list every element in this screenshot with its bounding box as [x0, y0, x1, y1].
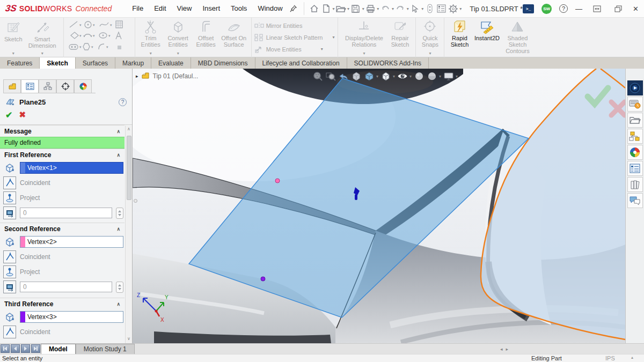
design-library-icon[interactable] [627, 113, 643, 128]
second-offset-input[interactable]: 0 [20, 282, 112, 292]
appearances-scenes-icon[interactable] [627, 161, 643, 176]
file-explorer-icon[interactable] [627, 129, 643, 144]
quick-snaps-button[interactable]: Quick Snaps ▾ [419, 19, 441, 56]
pin-menu-icon[interactable] [288, 2, 300, 15]
scroll-up-icon[interactable]: ∧ [127, 127, 130, 131]
zoom-to-fit-icon[interactable] [311, 70, 324, 82]
view-settings-icon[interactable] [442, 70, 455, 82]
help-icon[interactable]: ? [559, 4, 568, 13]
tab-evaluate[interactable]: Evaluate [151, 57, 191, 69]
move-entities-caret-icon[interactable]: ▾ [321, 47, 323, 51]
edit-appearance-icon[interactable] [413, 70, 425, 82]
options-caret-icon[interactable]: ▾ [459, 6, 462, 11]
collapse-icon[interactable] [116, 301, 120, 307]
tab-mbd-dimensions[interactable]: MBD Dimensions [191, 57, 255, 69]
project-icon[interactable] [3, 191, 16, 204]
tab-feature-manager[interactable] [3, 79, 21, 93]
tab-markup[interactable]: Markup [115, 57, 151, 69]
quick-snaps-caret-icon[interactable]: ▾ [429, 51, 431, 56]
next-tab-button[interactable] [21, 344, 30, 353]
offset-distance-icon[interactable] [3, 206, 16, 219]
linear-pattern-caret-icon[interactable]: ▾ [332, 35, 334, 40]
menu-insert[interactable]: Insert [197, 0, 226, 17]
zoom-to-area-icon[interactable] [324, 70, 336, 82]
selection-capsule-icon[interactable] [424, 2, 436, 15]
redo-caret-icon[interactable]: ▾ [407, 6, 409, 11]
minimize-button[interactable]: — [575, 5, 582, 13]
tab-sketch[interactable]: Sketch [40, 57, 75, 69]
tab-features[interactable]: Features [0, 57, 40, 69]
menu-edit[interactable]: Edit [149, 0, 171, 17]
instant2d-button[interactable]: Instant2D [472, 19, 502, 56]
third-reference-input[interactable]: Vertex<3> [20, 311, 123, 323]
tab-lifecycle-collaboration[interactable]: Lifecycle and Collaboration [255, 57, 347, 69]
tab-scroll-left-icon[interactable]: ◂ [500, 346, 503, 352]
repair-sketch-button[interactable]: Repair Sketch [387, 19, 413, 56]
view-orientation-caret-icon[interactable]: ▾ [376, 74, 378, 79]
account-badge-icon[interactable]: SW [541, 4, 552, 14]
graphics-viewport[interactable]: Z Y X Tip 01 (Defaul... ▾ ▾ ▾ ▾ ▾ [133, 69, 625, 343]
view-palette-icon[interactable] [627, 145, 643, 160]
last-tab-button[interactable] [31, 344, 40, 353]
tab-display-manager[interactable] [74, 79, 92, 93]
sketch-caret-icon[interactable]: ▾ [12, 51, 14, 56]
first-offset-input[interactable]: 0 [20, 208, 112, 218]
smart-dimension-caret-icon[interactable]: ▾ [41, 51, 43, 56]
second-reference-input[interactable]: Vertex<2> [20, 236, 123, 248]
panel-help-icon[interactable]: ? [119, 98, 127, 106]
coincident-icon[interactable] [3, 176, 16, 189]
restore-button[interactable] [611, 2, 625, 15]
menu-window[interactable]: Window [252, 0, 288, 17]
tab-model[interactable]: Model [41, 344, 76, 354]
second-reference-header[interactable]: Second Reference [0, 223, 125, 234]
mirror-entities-button[interactable]: Mirror Entities [254, 20, 335, 31]
hide-show-caret-icon[interactable]: ▾ [409, 74, 412, 79]
scrollbar-thumb[interactable] [127, 136, 131, 200]
first-offset-spinner[interactable] [116, 208, 123, 219]
menu-tools[interactable]: Tools [225, 0, 252, 17]
convert-caret-icon[interactable]: ▾ [177, 51, 179, 56]
sketch-button[interactable]: Sketch ▾ [3, 19, 24, 56]
second-offset-spinner[interactable] [116, 282, 123, 293]
new-document-icon[interactable] [320, 2, 332, 15]
first-reference-input[interactable]: Vertex<1> [20, 162, 123, 174]
tab-surfaces[interactable]: Surfaces [76, 57, 115, 69]
forum-icon[interactable] [627, 193, 643, 208]
hide-show-items-icon[interactable] [396, 70, 408, 82]
save-caret-icon[interactable]: ▾ [362, 6, 364, 11]
home-icon[interactable] [309, 2, 320, 15]
offset-entities-button[interactable]: Offset Entities [193, 19, 219, 56]
tab-motion-study[interactable]: Motion Study 1 [76, 344, 135, 354]
undo-caret-icon[interactable]: ▾ [392, 6, 394, 11]
coincident-icon[interactable] [3, 250, 16, 263]
options-gear-icon[interactable] [448, 2, 459, 15]
tab-dimxpert-manager[interactable] [56, 79, 74, 93]
tab-configuration-manager[interactable] [39, 79, 56, 93]
rapid-sketch-button[interactable]: Rapid Sketch [447, 19, 472, 56]
sketch-entities-palette[interactable]: ▾▾▾ ▾▾▾ ▾▾▾ [67, 19, 132, 54]
shaded-sketch-contours-button[interactable]: Shaded Sketch Contours [502, 19, 533, 56]
menu-view[interactable]: View [172, 0, 197, 17]
feature-tree-flyout[interactable]: Tip 01 (Defaul... [136, 72, 198, 80]
command-prompt-icon[interactable]: >_ [523, 4, 534, 13]
view-orientation-icon[interactable] [363, 70, 375, 82]
threedexperience-icon[interactable] [627, 80, 643, 95]
panel-scrollbar[interactable]: ∧ ∨ [125, 125, 132, 343]
panel-splitter-handle[interactable] [134, 199, 137, 203]
tab-scroll-right-icon[interactable]: ▸ [506, 346, 508, 352]
offset-on-surface-button[interactable]: Offset On Surface [219, 19, 248, 56]
offset-distance-icon[interactable] [3, 280, 16, 293]
trim-entities-button[interactable]: Trim Entities ▾ [138, 19, 164, 56]
linear-sketch-pattern-button[interactable]: Linear Sketch Pattern ▾ [254, 32, 335, 43]
first-tab-button[interactable] [1, 344, 10, 353]
menu-file[interactable]: File [127, 0, 149, 17]
display-style-caret-icon[interactable]: ▾ [393, 74, 395, 79]
ok-button[interactable]: ✔ [5, 110, 12, 120]
section-view-icon[interactable] [350, 70, 362, 82]
third-reference-header[interactable]: Third Reference [0, 298, 125, 309]
vertex-3-marker[interactable] [261, 277, 265, 281]
dock-button[interactable] [590, 2, 604, 15]
new-document-caret-icon[interactable]: ▾ [332, 6, 334, 11]
redo-icon[interactable] [394, 2, 406, 15]
unit-system-label[interactable]: IPS [605, 355, 615, 361]
